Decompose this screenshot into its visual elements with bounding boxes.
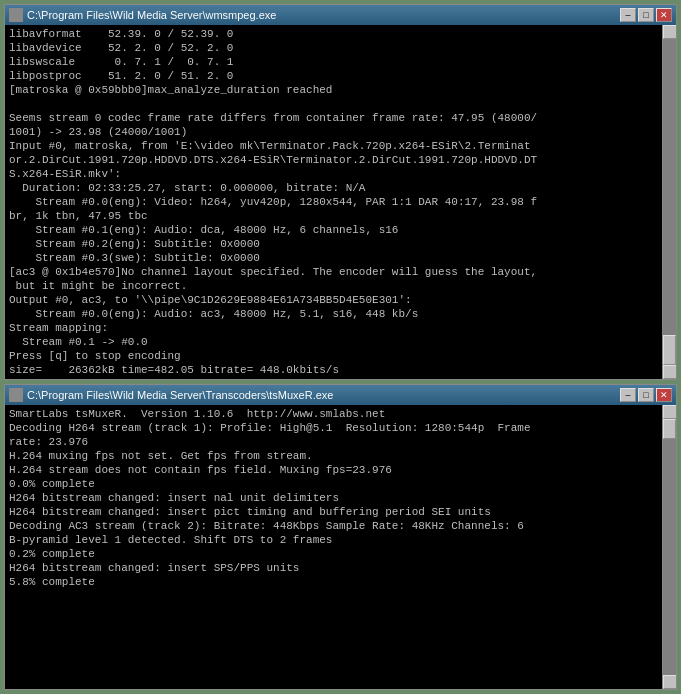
scrollbar-tsmuxer[interactable]: ▲ ▼ bbox=[662, 405, 676, 689]
minimize-button-tsmuxer[interactable]: – bbox=[620, 388, 636, 402]
console-tsmuxer: SmartLabs tsMuxeR. Version 1.10.6 http:/… bbox=[5, 405, 676, 689]
window-tsmuxer: C:\Program Files\Wild Media Server\Trans… bbox=[4, 384, 677, 690]
close-button-tsmuxer[interactable]: ✕ bbox=[656, 388, 672, 402]
scroll-thumb-wmsmpeg[interactable] bbox=[663, 335, 676, 365]
title-bar-wmsmpeg: C:\Program Files\Wild Media Server\wmsmp… bbox=[5, 5, 676, 25]
scroll-down-tsmuxer[interactable]: ▼ bbox=[663, 675, 676, 689]
title-text-wmsmpeg: C:\Program Files\Wild Media Server\wmsmp… bbox=[27, 9, 616, 21]
scrollbar-wmsmpeg[interactable]: ▲ ▼ bbox=[662, 25, 676, 379]
window-wmsmpeg: C:\Program Files\Wild Media Server\wmsmp… bbox=[4, 4, 677, 380]
window-icon-wmsmpeg bbox=[9, 8, 23, 22]
maximize-button-tsmuxer[interactable]: □ bbox=[638, 388, 654, 402]
console-text-wmsmpeg: libavformat 52.39. 0 / 52.39. 0 libavdev… bbox=[9, 27, 672, 377]
scroll-down-wmsmpeg[interactable]: ▼ bbox=[663, 365, 676, 379]
minimize-button-wmsmpeg[interactable]: – bbox=[620, 8, 636, 22]
title-text-tsmuxer: C:\Program Files\Wild Media Server\Trans… bbox=[27, 389, 616, 401]
maximize-button-wmsmpeg[interactable]: □ bbox=[638, 8, 654, 22]
scroll-up-tsmuxer[interactable]: ▲ bbox=[663, 405, 676, 419]
title-bar-buttons-tsmuxer: – □ ✕ bbox=[620, 388, 672, 402]
window-icon-tsmuxer bbox=[9, 388, 23, 402]
title-bar-tsmuxer: C:\Program Files\Wild Media Server\Trans… bbox=[5, 385, 676, 405]
scroll-track-tsmuxer[interactable] bbox=[663, 419, 676, 675]
scroll-track-wmsmpeg[interactable] bbox=[663, 39, 676, 365]
title-bar-buttons-wmsmpeg: – □ ✕ bbox=[620, 8, 672, 22]
console-wmsmpeg: libavformat 52.39. 0 / 52.39. 0 libavdev… bbox=[5, 25, 676, 379]
close-button-wmsmpeg[interactable]: ✕ bbox=[656, 8, 672, 22]
scroll-up-wmsmpeg[interactable]: ▲ bbox=[663, 25, 676, 39]
console-text-tsmuxer: SmartLabs tsMuxeR. Version 1.10.6 http:/… bbox=[9, 407, 672, 589]
scroll-thumb-tsmuxer[interactable] bbox=[663, 419, 676, 439]
